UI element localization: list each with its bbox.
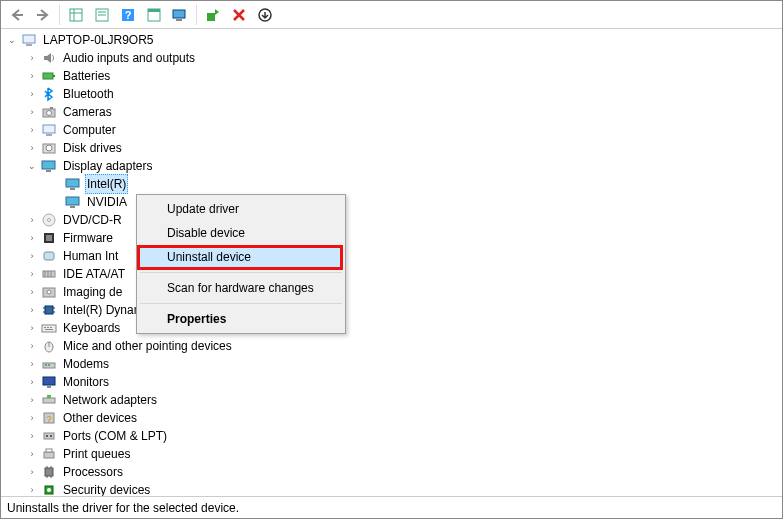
device-label: Intel(R) bbox=[85, 174, 128, 194]
expand-collapse-icon[interactable]: › bbox=[25, 483, 39, 496]
tree-category[interactable]: ›?Other devices bbox=[1, 409, 782, 427]
uninstall-button[interactable] bbox=[227, 4, 251, 26]
tree-category[interactable]: ›Imaging de bbox=[1, 283, 782, 301]
expand-collapse-icon[interactable]: › bbox=[25, 375, 39, 389]
svg-point-32 bbox=[48, 219, 51, 222]
svg-rect-49 bbox=[47, 327, 49, 328]
display-icon bbox=[65, 194, 81, 210]
device-tree[interactable]: ⌄ LAPTOP-0LJR9OR5 ›Audio inputs and outp… bbox=[1, 29, 782, 496]
context-menu-item[interactable]: Disable device bbox=[139, 221, 343, 245]
category-label: Processors bbox=[61, 463, 125, 481]
port-icon bbox=[41, 428, 57, 444]
expand-collapse-icon[interactable]: › bbox=[25, 51, 39, 65]
tree-category[interactable]: ›Ports (COM & LPT) bbox=[1, 427, 782, 445]
tree-category[interactable]: ›Bluetooth bbox=[1, 85, 782, 103]
camera-icon bbox=[41, 104, 57, 120]
expand-collapse-icon[interactable]: › bbox=[25, 393, 39, 407]
expand-collapse-icon[interactable]: › bbox=[25, 105, 39, 119]
tree-category[interactable]: ›Modems bbox=[1, 355, 782, 373]
tree-category[interactable]: ›Security devices bbox=[1, 481, 782, 496]
category-label: Bluetooth bbox=[61, 85, 116, 103]
category-label: Display adapters bbox=[61, 157, 154, 175]
expand-collapse-icon[interactable]: › bbox=[25, 357, 39, 371]
category-label: DVD/CD-R bbox=[61, 211, 124, 229]
tree-device[interactable]: ›NVIDIA bbox=[1, 193, 782, 211]
help-button[interactable]: ? bbox=[116, 4, 140, 26]
monitor-scan-icon bbox=[172, 7, 188, 23]
svg-rect-0 bbox=[70, 9, 82, 21]
tree-category[interactable]: ›Computer bbox=[1, 121, 782, 139]
scan-button[interactable] bbox=[168, 4, 192, 26]
tree-category[interactable]: ›Disk drives bbox=[1, 139, 782, 157]
expand-collapse-icon[interactable]: › bbox=[25, 429, 39, 443]
expand-collapse-icon[interactable]: › bbox=[25, 447, 39, 461]
tree-category[interactable]: ›Processors bbox=[1, 463, 782, 481]
tree-category[interactable]: ›Intel(R) Dynamic Platform and Thermal F… bbox=[1, 301, 782, 319]
tree-category[interactable]: ›Mice and other pointing devices bbox=[1, 337, 782, 355]
disk-icon bbox=[41, 140, 57, 156]
toolbar: ? bbox=[1, 1, 782, 29]
tree-category[interactable]: ⌄Display adapters bbox=[1, 157, 782, 175]
context-menu-item[interactable]: Update driver bbox=[139, 197, 343, 221]
expand-collapse-icon[interactable]: › bbox=[25, 123, 39, 137]
svg-rect-63 bbox=[44, 433, 54, 439]
expand-collapse-icon[interactable]: › bbox=[25, 339, 39, 353]
tree-root[interactable]: ⌄ LAPTOP-0LJR9OR5 bbox=[1, 31, 782, 49]
context-menu-item[interactable]: Scan for hardware changes bbox=[139, 276, 343, 300]
svg-rect-22 bbox=[46, 134, 52, 136]
expand-collapse-icon[interactable]: › bbox=[25, 69, 39, 83]
tree-category[interactable]: ›Keyboards bbox=[1, 319, 782, 337]
action-button[interactable] bbox=[142, 4, 166, 26]
expand-collapse-icon[interactable]: › bbox=[25, 141, 39, 155]
svg-point-64 bbox=[46, 435, 48, 437]
expand-collapse-icon[interactable]: › bbox=[25, 267, 39, 281]
driver-update-icon bbox=[205, 7, 221, 23]
tree-category[interactable]: ›Batteries bbox=[1, 67, 782, 85]
svg-rect-17 bbox=[53, 75, 55, 77]
tree-category[interactable]: ›IDE ATA/AT bbox=[1, 265, 782, 283]
svg-rect-27 bbox=[66, 179, 79, 187]
tree-category[interactable]: ›Print queues bbox=[1, 445, 782, 463]
tree-category[interactable]: ›DVD/CD-R bbox=[1, 211, 782, 229]
tree-device[interactable]: ›Intel(R) bbox=[1, 175, 782, 193]
svg-rect-28 bbox=[70, 188, 75, 190]
expand-collapse-icon[interactable]: › bbox=[25, 285, 39, 299]
properties-button[interactable] bbox=[90, 4, 114, 26]
svg-point-24 bbox=[46, 145, 52, 151]
status-bar: Uninstalls the driver for the selected d… bbox=[1, 496, 782, 518]
expand-collapse-icon[interactable]: › bbox=[25, 465, 39, 479]
svg-text:?: ? bbox=[46, 414, 51, 424]
context-menu-separator bbox=[140, 272, 342, 273]
tree-category[interactable]: ›Firmware bbox=[1, 229, 782, 247]
monitor-icon bbox=[41, 374, 57, 390]
tree-category[interactable]: ›Monitors bbox=[1, 373, 782, 391]
tree-category[interactable]: ›Human Int bbox=[1, 247, 782, 265]
category-label: Other devices bbox=[61, 409, 139, 427]
category-label: Modems bbox=[61, 355, 111, 373]
svg-rect-15 bbox=[26, 44, 32, 46]
expand-collapse-icon[interactable]: › bbox=[25, 231, 39, 245]
expand-collapse-icon[interactable]: ⌄ bbox=[5, 33, 19, 47]
forward-button[interactable] bbox=[31, 4, 55, 26]
expand-collapse-icon[interactable]: › bbox=[25, 321, 39, 335]
tree-category[interactable]: ›Cameras bbox=[1, 103, 782, 121]
back-button[interactable] bbox=[5, 4, 29, 26]
disable-button[interactable] bbox=[253, 4, 277, 26]
expand-collapse-icon[interactable]: › bbox=[25, 411, 39, 425]
category-label: Batteries bbox=[61, 67, 112, 85]
update-driver-button[interactable] bbox=[201, 4, 225, 26]
svg-rect-50 bbox=[50, 327, 52, 328]
expand-collapse-icon[interactable]: › bbox=[25, 213, 39, 227]
svg-rect-11 bbox=[176, 19, 182, 21]
show-hidden-button[interactable] bbox=[64, 4, 88, 26]
expand-collapse-icon[interactable]: › bbox=[25, 249, 39, 263]
tree-category[interactable]: ›Audio inputs and outputs bbox=[1, 49, 782, 67]
context-menu-item[interactable]: Uninstall device bbox=[139, 245, 343, 269]
category-label: Mice and other pointing devices bbox=[61, 337, 234, 355]
imaging-icon bbox=[41, 284, 57, 300]
expand-collapse-icon[interactable]: ⌄ bbox=[25, 159, 39, 173]
expand-collapse-icon[interactable]: › bbox=[25, 303, 39, 317]
tree-category[interactable]: ›Network adapters bbox=[1, 391, 782, 409]
context-menu-item[interactable]: Properties bbox=[139, 307, 343, 331]
expand-collapse-icon[interactable]: › bbox=[25, 87, 39, 101]
